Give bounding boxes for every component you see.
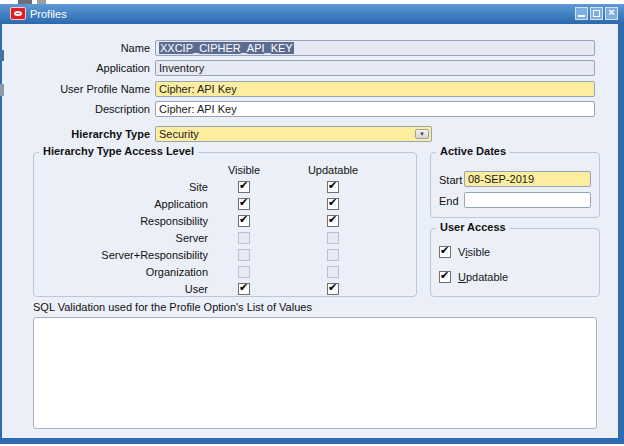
access-row-server: Server ✔ ✔ [34,230,416,247]
updatable-column-header: Updatable [298,164,368,176]
hierarchy-type-value: Security [159,128,199,140]
maximize-icon [593,10,600,17]
access-level-row-label: Server [34,232,208,244]
user-access-updatable-row: ✔ Updatable [439,270,508,284]
updatable-checkbox: ✔ [327,266,339,278]
checkmark-icon: ✔ [239,179,248,192]
description-label: Description [2,103,150,115]
access-level-row-label: Application [34,198,208,210]
hierarchy-type-dropdown[interactable]: Security ▼ [155,126,432,142]
name-input[interactable]: XXCIP_CIPHER_API_KEY [155,40,595,56]
updatable-checkbox: ✔ [327,232,339,244]
application-row: Application Inventory [2,60,618,77]
application-label: Application [2,62,150,74]
visible-checkbox[interactable]: ✔ [238,198,250,210]
access-row-application: Application ✔ ✔ [34,196,416,213]
updatable-checkbox[interactable]: ✔ [327,283,339,295]
hierarchy-type-label: Hierarchy Type [2,128,150,140]
oracle-logo-icon [10,7,26,20]
access-level-row-label: Organization [34,266,208,278]
visible-checkbox[interactable]: ✔ [238,181,250,193]
access-level-row-label: Responsibility [34,215,208,227]
user-profile-name-input[interactable]: Cipher: API Key [155,81,595,97]
user-profile-name-label: User Profile Name [2,83,150,95]
updatable-checkbox[interactable]: ✔ [327,181,339,193]
end-date-input[interactable] [464,192,591,208]
visible-checkbox[interactable]: ✔ [238,215,250,227]
user-profile-name-value: Cipher: API Key [159,83,237,95]
application-value: Inventory [159,62,204,74]
active-dates-group: Active Dates Start 08-SEP-2019 End [430,152,600,218]
description-value: Cipher: API Key [159,103,237,115]
checkmark-icon: ✔ [328,196,337,209]
user-access-updatable-label: Updatable [458,271,508,283]
access-level-rows: Site ✔ ✔ Application ✔ ✔ Responsibility … [34,179,416,298]
form-area: Name XXCIP_CIPHER_API_KEY Application In… [2,24,618,438]
checkmark-icon: ✔ [440,269,449,282]
user-access-visible-checkbox[interactable]: ✔ [439,246,451,258]
checkmark-icon: ✔ [239,281,248,294]
updatable-checkbox: ✔ [327,249,339,261]
user-access-visible-row: ✔ Visible [439,245,490,259]
active-dates-group-title: Active Dates [436,145,510,157]
checkmark-icon: ✔ [328,281,337,294]
access-level-group-title: Hierarchy Type Access Level [39,145,198,157]
minimize-button[interactable] [575,7,588,20]
screen: Profiles × Name XXCIP_CIPHER_API_KEY App… [0,0,624,446]
user-access-group-title: User Access [436,221,510,233]
access-row-responsibility: Responsibility ✔ ✔ [34,213,416,230]
name-row: Name XXCIP_CIPHER_API_KEY [2,40,618,57]
access-row-user: User ✔ ✔ [34,281,416,298]
access-level-row-label: Server+Responsibility [34,249,208,261]
start-date-input[interactable]: 08-SEP-2019 [464,171,591,187]
profiles-window: Profiles × Name XXCIP_CIPHER_API_KEY App… [0,4,624,444]
checkmark-icon: ✔ [328,179,337,192]
visible-checkbox: ✔ [238,232,250,244]
application-input[interactable]: Inventory [155,60,595,76]
end-label: End [439,195,459,207]
sql-validation-label: SQL Validation used for the Profile Opti… [33,301,312,313]
user-access-updatable-checkbox[interactable]: ✔ [439,271,451,283]
visible-checkbox: ✔ [238,249,250,261]
chevron-down-icon: ▼ [419,131,425,137]
checkmark-icon: ✔ [440,244,449,257]
access-row-server-responsibility: Server+Responsibility ✔ ✔ [34,247,416,264]
dropdown-button[interactable]: ▼ [415,129,429,139]
user-access-group: User Access ✔ Visible ✔ Updatable [430,228,600,297]
start-date-value: 08-SEP-2019 [468,173,534,185]
window-title: Profiles [30,8,67,20]
start-label: Start [439,174,462,186]
description-input[interactable]: Cipher: API Key [155,101,595,117]
access-level-group: Hierarchy Type Access Level Visible Upda… [33,152,417,297]
user-profile-name-row: User Profile Name Cipher: API Key [2,81,618,98]
hierarchy-type-row: Hierarchy Type Security ▼ [2,126,618,143]
checkmark-icon: ✔ [328,213,337,226]
user-access-visible-label: Visible [458,246,490,258]
checkmark-icon: ✔ [239,213,248,226]
sql-validation-textarea[interactable] [33,317,597,429]
name-label: Name [2,42,150,54]
access-level-row-label: Site [34,181,208,193]
access-level-row-label: User [34,283,208,295]
close-icon: × [606,6,617,18]
visible-checkbox: ✔ [238,266,250,278]
checkmark-icon: ✔ [239,196,248,209]
updatable-checkbox[interactable]: ✔ [327,215,339,227]
minimize-icon [578,15,585,17]
title-bar[interactable]: Profiles × [0,4,624,24]
access-row-site: Site ✔ ✔ [34,179,416,196]
close-button[interactable]: × [605,7,618,20]
updatable-checkbox[interactable]: ✔ [327,198,339,210]
access-row-organization: Organization ✔ ✔ [34,264,416,281]
background-window-fragment [0,50,4,61]
name-value-selected: XXCIP_CIPHER_API_KEY [159,42,294,54]
visible-checkbox[interactable]: ✔ [238,283,250,295]
description-row: Description Cipher: API Key [2,101,618,118]
visible-column-header: Visible [209,164,279,176]
maximize-button[interactable] [590,7,603,20]
background-window-fragment [0,84,4,96]
